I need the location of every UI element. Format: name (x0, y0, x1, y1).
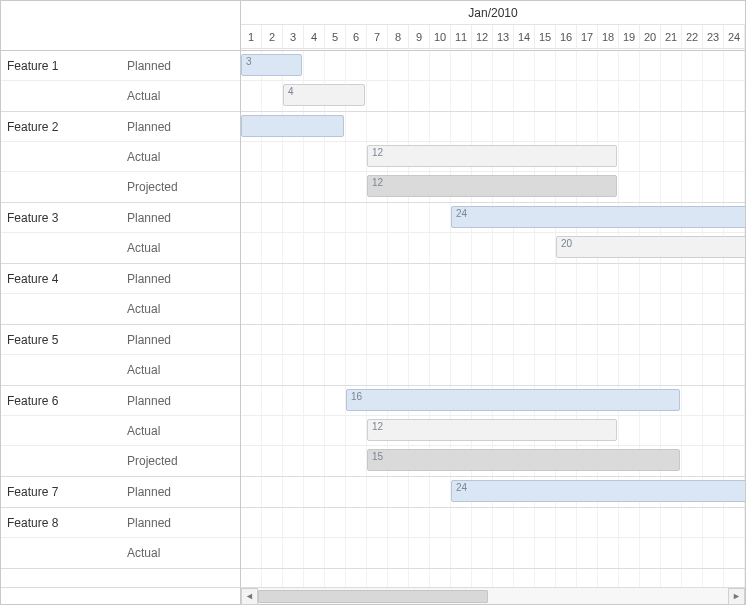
track-label-cell: Planned (121, 386, 240, 415)
day-column-header: 3 (283, 25, 304, 48)
feature-name-cell (1, 538, 121, 568)
side-row[interactable]: Actual (1, 416, 240, 446)
month-label: Jan/2010 (241, 1, 745, 25)
bar-duration-label: 20 (561, 238, 572, 249)
gantt-bar-planned[interactable] (241, 115, 344, 137)
feature-name-cell (1, 81, 121, 111)
timeline-row (241, 538, 745, 568)
bar-duration-label: 24 (456, 482, 467, 493)
side-row[interactable]: Feature 6Planned (1, 386, 240, 416)
timeline-group: 24 (241, 477, 745, 508)
side-row[interactable]: Feature 2Planned (1, 112, 240, 142)
feature-name-cell: Feature 3 (1, 203, 121, 232)
gantt-bar-actual[interactable]: 4 (283, 84, 365, 106)
gantt-timeline[interactable]: 341212242016121524 (241, 51, 745, 587)
bar-duration-label: 12 (372, 421, 383, 432)
side-row[interactable]: Actual (1, 233, 240, 263)
feature-name-cell (1, 355, 121, 385)
timeline-row (241, 264, 745, 294)
day-scale: 123456789101112131415161718192021222324 (241, 25, 745, 49)
day-column-header: 2 (262, 25, 283, 48)
scroll-left-button[interactable]: ◄ (241, 588, 258, 605)
gantt-bar-planned[interactable]: 3 (241, 54, 302, 76)
timeline-row: 24 (241, 203, 745, 233)
scroll-right-button[interactable]: ► (728, 588, 745, 605)
bar-duration-label: 12 (372, 177, 383, 188)
timeline-group: 34 (241, 51, 745, 112)
bar-duration-label: 4 (288, 86, 294, 97)
timeline-row (241, 112, 745, 142)
side-row[interactable]: Projected (1, 172, 240, 202)
timeline-row (241, 325, 745, 355)
gantt-bar-planned[interactable]: 24 (451, 206, 745, 228)
side-row[interactable]: Feature 7Planned (1, 477, 240, 507)
side-row[interactable]: Actual (1, 81, 240, 111)
day-column-header: 16 (556, 25, 577, 48)
scrollbar-thumb[interactable] (258, 590, 488, 603)
gantt-side-panel: Feature 1PlannedActualFeature 2PlannedAc… (1, 51, 241, 587)
track-label-cell: Planned (121, 112, 240, 141)
feature-name-cell (1, 294, 121, 324)
gantt-body: Feature 1PlannedActualFeature 2PlannedAc… (1, 51, 745, 587)
track-label-cell: Projected (121, 172, 240, 202)
feature-name-cell: Feature 1 (1, 51, 121, 80)
day-column-header: 6 (346, 25, 367, 48)
side-row[interactable]: Actual (1, 294, 240, 324)
feature-name-cell: Feature 5 (1, 325, 121, 354)
gantt-bar-actual[interactable]: 12 (367, 419, 617, 441)
bar-duration-label: 15 (372, 451, 383, 462)
side-row[interactable]: Feature 8Planned (1, 508, 240, 538)
track-label-cell: Actual (121, 294, 240, 324)
day-column-header: 13 (493, 25, 514, 48)
timeline-row: 24 (241, 477, 745, 507)
gantt-bar-projected[interactable]: 12 (367, 175, 617, 197)
day-column-header: 12 (472, 25, 493, 48)
gantt-header: Jan/2010 1234567891011121314151617181920… (1, 1, 745, 51)
feature-group: Feature 7Planned (1, 477, 240, 508)
timeline-row (241, 294, 745, 324)
side-row[interactable]: Actual (1, 538, 240, 568)
scrollbar-side-blank (1, 588, 241, 604)
feature-group: Feature 5PlannedActual (1, 325, 240, 386)
track-label-cell: Actual (121, 233, 240, 263)
timeline-row: 3 (241, 51, 745, 81)
timeline-group: 1212 (241, 112, 745, 203)
gantt-bar-planned[interactable]: 16 (346, 389, 680, 411)
timeline-header: Jan/2010 1234567891011121314151617181920… (241, 1, 745, 50)
gantt-bar-planned[interactable]: 24 (451, 480, 745, 502)
side-row[interactable]: Projected (1, 446, 240, 476)
side-header-blank (1, 1, 241, 50)
side-row[interactable]: Feature 3Planned (1, 203, 240, 233)
timeline-group (241, 508, 745, 569)
gantt-bar-actual[interactable]: 20 (556, 236, 745, 258)
side-row[interactable]: Feature 1Planned (1, 51, 240, 81)
day-column-header: 5 (325, 25, 346, 48)
timeline-row (241, 508, 745, 538)
timeline-row: 12 (241, 142, 745, 172)
timeline-row: 4 (241, 81, 745, 111)
gantt-bar-projected[interactable]: 15 (367, 449, 680, 471)
side-row[interactable]: Feature 4Planned (1, 264, 240, 294)
day-column-header: 9 (409, 25, 430, 48)
track-label-cell: Actual (121, 416, 240, 445)
day-column-header: 8 (388, 25, 409, 48)
horizontal-scrollbar-area: ◄ ► (1, 587, 745, 604)
day-column-header: 15 (535, 25, 556, 48)
side-row[interactable]: Feature 5Planned (1, 325, 240, 355)
day-column-header: 1 (241, 25, 262, 48)
track-label-cell: Projected (121, 446, 240, 476)
feature-name-cell: Feature 4 (1, 264, 121, 293)
side-row[interactable]: Actual (1, 355, 240, 385)
gantt-bar-actual[interactable]: 12 (367, 145, 617, 167)
track-label-cell: Planned (121, 264, 240, 293)
track-label-cell: Planned (121, 51, 240, 80)
feature-name-cell (1, 446, 121, 476)
feature-group: Feature 2PlannedActualProjected (1, 112, 240, 203)
timeline-row: 20 (241, 233, 745, 263)
timeline-row: 12 (241, 416, 745, 446)
scrollbar-track[interactable]: ◄ ► (241, 588, 745, 604)
feature-name-cell (1, 172, 121, 202)
day-column-header: 19 (619, 25, 640, 48)
feature-name-cell: Feature 6 (1, 386, 121, 415)
side-row[interactable]: Actual (1, 142, 240, 172)
